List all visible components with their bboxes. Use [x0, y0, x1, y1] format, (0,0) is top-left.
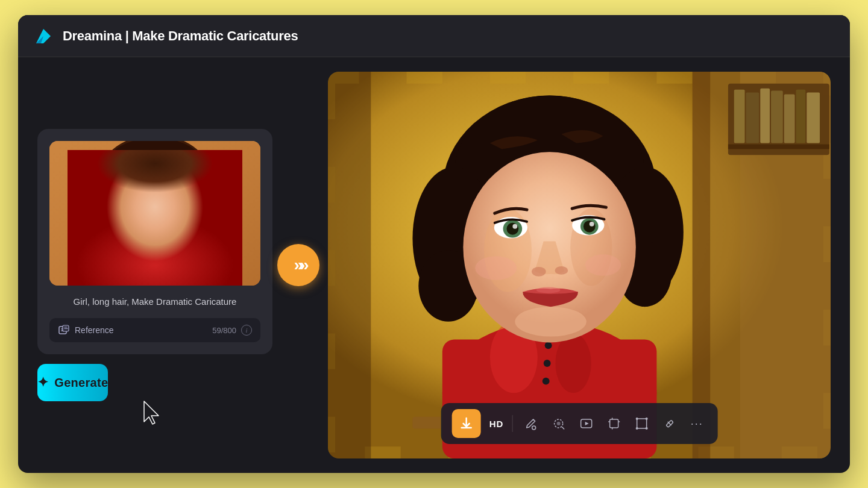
- photo-preview: [49, 141, 260, 286]
- reference-icon: [58, 324, 70, 336]
- prompt-display: Girl, long hair, Make Dramatic Caricatur…: [49, 295, 260, 309]
- svg-rect-32: [771, 91, 783, 143]
- left-panel: Girl, long hair, Make Dramatic Caricatur…: [37, 129, 272, 402]
- svg-point-46: [544, 360, 551, 367]
- svg-point-61: [585, 254, 621, 276]
- output-image: HD: [328, 72, 831, 458]
- double-chevron-icon: »»: [291, 255, 305, 275]
- svg-point-81: [645, 418, 647, 420]
- svg-rect-33: [784, 95, 795, 143]
- reference-left: Reference: [58, 324, 114, 336]
- svg-point-70: [532, 267, 546, 277]
- svg-point-69: [590, 222, 594, 227]
- svg-rect-3: [49, 141, 260, 286]
- svg-marker-22: [144, 401, 159, 424]
- svg-rect-12: [143, 243, 167, 264]
- svg-point-13: [133, 202, 147, 212]
- cursor-arrow-icon: [143, 400, 165, 425]
- caricature-svg: [328, 72, 831, 458]
- reference-right: 59/800 i: [212, 325, 252, 336]
- svg-point-73: [515, 307, 587, 336]
- svg-point-65: [512, 224, 517, 229]
- svg-rect-29: [734, 90, 745, 143]
- input-photo: [49, 141, 260, 286]
- svg-point-7: [113, 166, 197, 260]
- svg-point-47: [542, 378, 550, 385]
- svg-rect-10: [86, 255, 224, 286]
- svg-rect-35: [807, 93, 820, 143]
- transform-button[interactable]: [632, 414, 651, 433]
- fix-button[interactable]: [659, 414, 679, 433]
- dreamina-logo-icon: [33, 25, 54, 47]
- generate-label: Generate: [54, 376, 108, 390]
- animate-button[interactable]: [576, 414, 596, 433]
- svg-point-71: [555, 266, 568, 275]
- generate-star-icon: ✦: [37, 375, 48, 390]
- browser-window: Dreamina | Make Dramatic Caricatures: [18, 15, 850, 473]
- svg-point-17: [139, 204, 143, 208]
- svg-point-8: [95, 177, 137, 249]
- svg-rect-34: [796, 90, 806, 143]
- svg-rect-4: [49, 141, 260, 286]
- svg-point-74: [532, 426, 535, 430]
- svg-rect-37: [328, 72, 371, 458]
- svg-point-68: [583, 221, 596, 233]
- toolbar-divider: [512, 415, 512, 432]
- svg-point-64: [507, 223, 519, 235]
- download-button[interactable]: [452, 409, 481, 438]
- svg-point-6: [107, 141, 203, 192]
- svg-point-19: [150, 217, 160, 224]
- output-panel: HD: [328, 72, 831, 458]
- content-area: Girl, long hair, Make Dramatic Caricatur…: [18, 57, 850, 473]
- svg-point-60: [475, 256, 517, 280]
- svg-point-80: [635, 418, 638, 420]
- svg-rect-25: [693, 72, 711, 458]
- image-toolbar: HD: [441, 403, 718, 444]
- hd-label[interactable]: HD: [489, 419, 504, 429]
- svg-point-16: [166, 204, 174, 211]
- download-icon: [459, 416, 474, 431]
- svg-rect-30: [746, 93, 760, 143]
- svg-point-5: [101, 141, 209, 213]
- char-count: 59/800: [212, 326, 236, 335]
- svg-point-45: [545, 342, 552, 349]
- svg-point-15: [136, 204, 144, 211]
- transform-arrow: »»: [277, 244, 319, 286]
- page-title: Dreamina | Make Dramatic Caricatures: [63, 28, 298, 44]
- reference-label: Reference: [75, 325, 114, 335]
- magic-select-button[interactable]: [549, 414, 568, 433]
- svg-point-82: [635, 427, 638, 430]
- input-card: Girl, long hair, Make Dramatic Caricatur…: [37, 129, 272, 355]
- svg-point-9: [176, 177, 212, 243]
- svg-rect-31: [760, 89, 770, 143]
- edit-brush-button[interactable]: [521, 414, 540, 433]
- svg-point-14: [163, 202, 177, 212]
- svg-point-11: [86, 234, 224, 283]
- svg-point-76: [556, 422, 560, 425]
- svg-point-44: [555, 334, 591, 393]
- crop-button[interactable]: [604, 414, 623, 433]
- svg-rect-36: [728, 144, 829, 149]
- reference-bar[interactable]: Reference 59/800 i: [49, 318, 260, 342]
- info-icon[interactable]: i: [241, 325, 252, 336]
- title-bar: Dreamina | Make Dramatic Caricatures: [18, 15, 850, 57]
- generate-button[interactable]: ✦ Generate: [37, 364, 108, 401]
- more-button[interactable]: ···: [687, 414, 706, 433]
- svg-point-83: [645, 427, 647, 430]
- svg-rect-79: [637, 419, 646, 428]
- svg-rect-78: [609, 419, 618, 428]
- svg-point-18: [169, 204, 173, 208]
- svg-point-72: [536, 287, 561, 293]
